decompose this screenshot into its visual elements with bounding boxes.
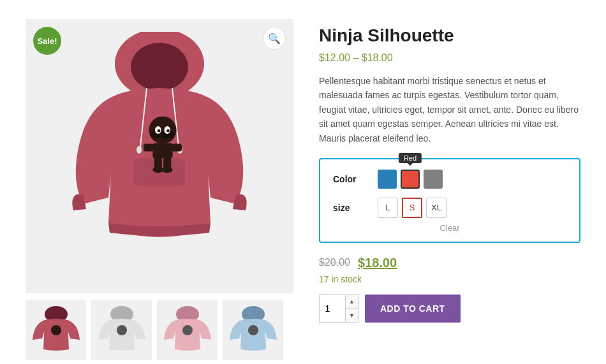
zoom-button[interactable]: 🔍	[263, 27, 286, 50]
product-title: Ninja Silhouette	[319, 25, 580, 46]
color-tooltip: Red	[399, 153, 422, 163]
color-row: Color Red	[333, 170, 566, 189]
main-image: Sale! 🔍	[26, 19, 293, 293]
quantity-input[interactable]	[320, 295, 345, 322]
size-btn-xl[interactable]: XL	[426, 198, 447, 218]
zoom-icon: 🔍	[268, 33, 281, 45]
price-range: $12.00 – $18.00	[319, 52, 580, 64]
svg-point-26	[248, 325, 258, 335]
size-btn-l[interactable]: L	[378, 198, 398, 218]
thumbnail-3[interactable]	[157, 300, 218, 360]
color-label: Color	[333, 174, 365, 184]
svg-point-1	[131, 43, 188, 91]
color-swatch-gray[interactable]	[424, 170, 443, 189]
svg-point-20	[51, 325, 61, 335]
clear-link[interactable]: Clear	[333, 223, 566, 233]
sale-badge: Sale!	[33, 27, 61, 55]
svg-rect-14	[172, 144, 182, 152]
svg-point-17	[152, 167, 163, 173]
svg-point-24	[182, 325, 193, 335]
svg-point-22	[117, 325, 127, 335]
size-label: size	[333, 203, 365, 213]
thumbnail-strip	[26, 300, 293, 360]
color-swatch-blue[interactable]	[378, 170, 397, 189]
color-swatch-red[interactable]: Red	[401, 170, 420, 189]
variant-selector: Color Red size L S XL	[319, 158, 580, 243]
size-btn-s[interactable]: S	[402, 198, 422, 218]
old-price: $20.00	[319, 257, 350, 268]
add-to-cart-button[interactable]: ADD TO CART	[365, 295, 461, 323]
svg-point-11	[166, 129, 170, 133]
quantity-down[interactable]: ▼	[346, 309, 358, 322]
svg-rect-7	[151, 131, 174, 138]
size-row: size L S XL	[333, 198, 566, 218]
quantity-wrapper: ▲ ▼	[319, 295, 358, 323]
svg-rect-13	[144, 144, 154, 152]
svg-point-4	[137, 146, 142, 154]
svg-rect-12	[152, 143, 172, 158]
size-options: L S XL	[378, 198, 447, 218]
thumbnail-2[interactable]	[91, 300, 152, 360]
product-gallery: Sale! 🔍	[26, 19, 293, 360]
svg-point-6	[149, 116, 176, 143]
thumbnail-1[interactable]	[26, 300, 86, 360]
stock-info: 17 in stock	[319, 274, 580, 284]
quantity-arrows: ▲ ▼	[345, 295, 358, 322]
quantity-up[interactable]: ▲	[346, 295, 358, 309]
final-price-row: $20.00 $18.00	[319, 256, 580, 270]
thumbnail-4[interactable]	[223, 300, 283, 360]
product-details: Ninja Silhouette $12.00 – $18.00 Pellent…	[319, 19, 580, 360]
color-swatches: Red	[378, 170, 443, 189]
cart-row: ▲ ▼ ADD TO CART	[319, 295, 580, 323]
product-image	[64, 32, 255, 280]
svg-point-18	[162, 167, 173, 173]
product-description: Pellentesque habitant morbi tristique se…	[319, 74, 580, 145]
svg-point-10	[158, 129, 161, 133]
new-price: $18.00	[358, 256, 397, 270]
